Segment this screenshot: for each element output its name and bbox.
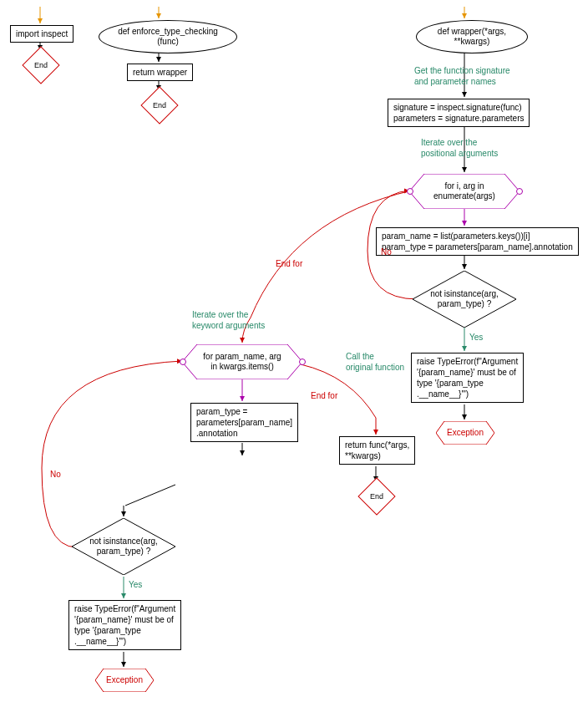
def-wrapper-text: def wrapper(*args, **kwargs) — [438, 27, 506, 47]
comment-call: Call the original function — [346, 351, 404, 373]
hex1-bubble-left — [407, 188, 413, 195]
def-enforce-text: def enforce_type_checking (func) — [118, 27, 218, 47]
isinstance-decision-2: not isinstance(arg, param_type) ? — [72, 518, 175, 575]
sig-line1: signature = inspect.signature(func) — [393, 103, 522, 112]
comment-kwargs: Iterate over the keyword arguments — [192, 309, 265, 331]
return-func-box: return func(*args, **kwargs) — [339, 436, 415, 465]
param-type-box: param_type = parameters[param_name] .ann… — [190, 403, 298, 442]
sig-line2: parameters = signature.parameters — [393, 114, 524, 123]
isinstance-decision-1: not isinstance(arg, param_type) ? — [413, 271, 516, 328]
endfor-label-2: End for — [311, 391, 337, 400]
def-enforce-ellipse: def enforce_type_checking (func) — [99, 20, 237, 53]
end-terminator-1: End — [22, 46, 59, 84]
exception-text-2: Exception — [95, 675, 154, 685]
yes-label-1: Yes — [469, 333, 483, 342]
hex1-bubble-right — [516, 188, 523, 195]
end-terminator-2: End — [140, 86, 178, 124]
endfor-label-1: End for — [276, 259, 302, 268]
isinstance-text-2: not isinstance(arg, param_type) ? — [72, 537, 175, 557]
exception-hex-2: Exception — [95, 669, 154, 692]
hex2-bubble-left — [180, 359, 186, 365]
def-wrapper-ellipse: def wrapper(*args, **kwargs) — [416, 20, 528, 53]
end-text-1: End — [34, 61, 48, 69]
for-kwargs-loop: for param_name, arg in kwargs.items() — [182, 344, 302, 379]
raise-box-2: raise TypeError(f"Argument '{param_name}… — [68, 600, 181, 650]
comment-positional: Iterate over the positional arguments — [421, 137, 498, 159]
param-name-line2: param_type = parameters[param_name].anno… — [382, 242, 573, 252]
svg-line-14 — [125, 485, 175, 506]
no-label-1: No — [381, 247, 392, 257]
import-box: import inspect — [10, 25, 74, 43]
isinstance-text-1: not isinstance(arg, param_type) ? — [413, 289, 516, 309]
end-text-3: End — [370, 492, 383, 501]
yes-label-2: Yes — [129, 580, 142, 589]
import-text: import inspect — [16, 29, 68, 38]
for-kwargs-text: for param_name, arg in kwargs.items() — [182, 352, 302, 372]
comment-signature: Get the function signature and parameter… — [414, 65, 510, 87]
return-wrapper-text: return wrapper — [133, 68, 187, 77]
exception-hex-1: Exception — [436, 421, 494, 445]
hex2-bubble-right — [299, 359, 306, 365]
for-enumerate-text: for i, arg in enumerate(args) — [409, 181, 520, 201]
signature-box: signature = inspect.signature(func) para… — [388, 99, 530, 127]
end-text-2: End — [153, 101, 166, 109]
param-name-line1: param_name = list(parameters.keys())[i] — [382, 231, 530, 241]
no-label-2: No — [50, 470, 61, 479]
end-terminator-3: End — [357, 477, 395, 515]
param-name-box: param_name = list(parameters.keys())[i] … — [376, 227, 579, 256]
exception-text-1: Exception — [436, 428, 494, 438]
return-wrapper-box: return wrapper — [127, 64, 193, 81]
for-enumerate-loop: for i, arg in enumerate(args) — [409, 174, 520, 209]
raise-box-1: raise TypeError(f"Argument '{param_name}… — [411, 353, 524, 403]
